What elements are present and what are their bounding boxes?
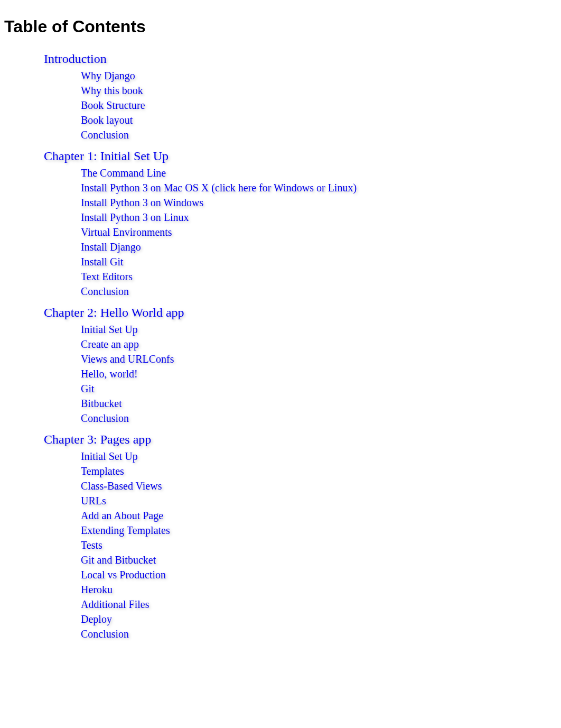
toc-subitem-link[interactable]: Conclusion (81, 284, 129, 299)
toc-subitem: Create an app (81, 337, 561, 352)
toc-subitem: Install Git (81, 254, 561, 269)
toc-subitem-link[interactable]: Install Git (81, 254, 124, 269)
toc-subitem-link[interactable]: Conclusion (81, 626, 129, 641)
toc-subitem: Conclusion (81, 411, 561, 426)
toc-chapter: Introduction Why Django Why this book Bo… (44, 49, 561, 142)
toc-subitem: Add an About Page (81, 508, 561, 523)
toc-chapter-link[interactable]: Introduction (44, 49, 107, 68)
toc-subitem-link[interactable]: Create an app (81, 337, 139, 352)
toc-subitem: URLs (81, 493, 561, 508)
toc-subitem: Class-Based Views (81, 478, 561, 493)
toc-chapter: Chapter 2: Hello World app Initial Set U… (44, 303, 561, 426)
toc-subitem: Extending Templates (81, 523, 561, 538)
toc-subitem-link[interactable]: Views and URLConfs (81, 352, 174, 366)
toc-chapter-link[interactable]: Chapter 3: Pages app (44, 430, 151, 449)
toc-subitem-link[interactable]: URLs (81, 493, 106, 508)
toc-subitem-link[interactable]: Install Python 3 on Mac OS X (click here… (81, 180, 357, 195)
toc-subitem: Book Structure (81, 98, 561, 113)
toc-subitem-link[interactable]: Book layout (81, 113, 133, 127)
toc-subitem-link[interactable]: Tests (81, 538, 102, 552)
toc-subitem-link[interactable]: Virtual Environments (81, 225, 172, 239)
toc-subitem: Additional Files (81, 597, 561, 612)
toc-subitem: Views and URLConfs (81, 352, 561, 366)
toc-subitem: Book layout (81, 113, 561, 127)
toc-subitem-link[interactable]: Heroku (81, 582, 113, 597)
toc-subitem: Git and Bitbucket (81, 552, 561, 567)
toc-subitem: Why Django (81, 68, 561, 83)
toc-subitem-link[interactable]: Install Python 3 on Windows (81, 195, 203, 210)
toc-subitem-link[interactable]: Book Structure (81, 98, 145, 113)
toc-subitem: The Command Line (81, 165, 561, 180)
toc-subitem: Bitbucket (81, 396, 561, 411)
toc-subitem: Install Django (81, 239, 561, 254)
toc-subitem: Initial Set Up (81, 449, 561, 464)
toc-subitem-link[interactable]: The Command Line (81, 165, 166, 180)
toc-subitem: Hello, world! (81, 366, 561, 381)
toc-subitem-link[interactable]: Install Python 3 on Linux (81, 210, 189, 225)
toc-subitem-link[interactable]: Add an About Page (81, 508, 163, 523)
toc-sublist: The Command Line Install Python 3 on Mac… (81, 165, 561, 299)
toc-subitem-link[interactable]: Class-Based Views (81, 478, 162, 493)
toc-subitem: Git (81, 381, 561, 396)
toc-subitem-link[interactable]: Hello, world! (81, 366, 138, 381)
toc-subitem: Deploy (81, 612, 561, 626)
toc-subitem-link[interactable]: Initial Set Up (81, 449, 138, 464)
toc-subitem-link[interactable]: Text Editors (81, 269, 133, 284)
toc-subitem: Install Python 3 on Linux (81, 210, 561, 225)
toc-subitem-link[interactable]: Extending Templates (81, 523, 170, 538)
toc-chapter-link[interactable]: Chapter 1: Initial Set Up (44, 146, 169, 165)
toc-subitem: Why this book (81, 83, 561, 98)
toc-chapter: Chapter 3: Pages app Initial Set Up Temp… (44, 430, 561, 641)
toc-subitem-link[interactable]: Conclusion (81, 127, 129, 142)
toc-subitem: Virtual Environments (81, 225, 561, 239)
toc-sublist: Why Django Why this book Book Structure … (81, 68, 561, 142)
toc-subitem: Conclusion (81, 284, 561, 299)
toc-subitem-link[interactable]: Additional Files (81, 597, 149, 612)
toc-subitem: Text Editors (81, 269, 561, 284)
toc-subitem-link[interactable]: Git (81, 381, 95, 396)
toc-subitem: Conclusion (81, 127, 561, 142)
toc-sublist: Initial Set Up Templates Class-Based Vie… (81, 449, 561, 641)
toc-subitem: Install Python 3 on Mac OS X (click here… (81, 180, 561, 195)
toc-subitem-link[interactable]: Why this book (81, 83, 143, 98)
toc-subitem-link[interactable]: Bitbucket (81, 396, 122, 411)
toc-subitem: Local vs Production (81, 567, 561, 582)
toc-subitem: Tests (81, 538, 561, 552)
toc-subitem-link[interactable]: Conclusion (81, 411, 129, 426)
toc-subitem-link[interactable]: Install Django (81, 239, 141, 254)
toc-subitem-link[interactable]: Local vs Production (81, 567, 166, 582)
toc-sublist: Initial Set Up Create an app Views and U… (81, 322, 561, 426)
toc-subitem: Initial Set Up (81, 322, 561, 337)
toc-subitem: Conclusion (81, 626, 561, 641)
toc-root: Introduction Why Django Why this book Bo… (44, 49, 561, 641)
toc-subitem-link[interactable]: Deploy (81, 612, 112, 626)
toc-chapter: Chapter 1: Initial Set Up The Command Li… (44, 146, 561, 299)
toc-subitem-link[interactable]: Templates (81, 464, 124, 478)
toc-subitem: Templates (81, 464, 561, 478)
toc-subitem: Install Python 3 on Windows (81, 195, 561, 210)
toc-subitem: Heroku (81, 582, 561, 597)
page-title: Table of Contents (4, 17, 561, 36)
toc-subitem-link[interactable]: Git and Bitbucket (81, 552, 156, 567)
toc-subitem-link[interactable]: Initial Set Up (81, 322, 138, 337)
toc-subitem-link[interactable]: Why Django (81, 68, 135, 83)
toc-chapter-link[interactable]: Chapter 2: Hello World app (44, 303, 184, 322)
